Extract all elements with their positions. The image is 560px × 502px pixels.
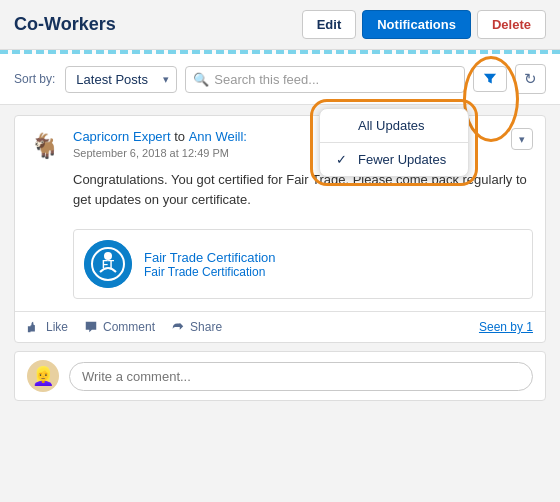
checkmark-icon: ✓ xyxy=(336,152,350,167)
seen-by[interactable]: Seen by 1 xyxy=(479,320,533,334)
check-placeholder xyxy=(336,118,350,133)
recipient-link[interactable]: Ann Weill: xyxy=(189,129,247,144)
author-link[interactable]: Capricorn Expert xyxy=(73,129,171,144)
like-button[interactable]: Like xyxy=(27,320,68,334)
feed-area: 🐐 Capricorn Expert to Ann Weill: Septemb… xyxy=(0,105,560,411)
post-text: Congratulations. You got certified for F… xyxy=(73,172,527,207)
share-button[interactable]: Share xyxy=(171,320,222,334)
attachment-title[interactable]: Fair Trade Certification xyxy=(144,250,522,265)
share-label: Share xyxy=(190,320,222,334)
refresh-button[interactable]: ↻ xyxy=(515,64,546,94)
filter-dropdown: All Updates ✓ Fewer Updates xyxy=(319,108,469,177)
dropdown-all-label: All Updates xyxy=(358,118,424,133)
attachment-logo: FT xyxy=(84,240,132,288)
sort-label: Sort by: xyxy=(14,72,55,86)
page-header: Co-Workers Edit Notifications Delete xyxy=(0,0,560,50)
thumbs-up-icon xyxy=(27,320,41,334)
actions-bar: Like Comment Share Seen by 1 xyxy=(15,311,545,342)
search-input[interactable] xyxy=(185,66,465,93)
edit-button[interactable]: Edit xyxy=(302,10,357,39)
funnel-icon xyxy=(483,72,497,86)
svg-point-3 xyxy=(104,252,112,260)
comment-input[interactable] xyxy=(69,362,533,391)
dropdown-fewer-label: Fewer Updates xyxy=(358,152,446,167)
to-text: to xyxy=(174,129,188,144)
search-icon: 🔍 xyxy=(193,72,209,87)
attachment-info: Fair Trade Certification Fair Trade Cert… xyxy=(144,250,522,279)
like-label: Like xyxy=(46,320,68,334)
attachment-sub: Fair Trade Certification xyxy=(144,265,522,279)
post-attachment: FT Fair Trade Certification Fair Trade C… xyxy=(73,229,533,299)
page-title: Co-Workers xyxy=(14,14,116,35)
comment-area: 👱‍♀️ xyxy=(14,351,546,401)
avatar: 🐐 xyxy=(27,128,63,164)
dropdown-all-updates[interactable]: All Updates xyxy=(320,109,468,142)
refresh-icon: ↻ xyxy=(524,70,537,88)
comment-label: Comment xyxy=(103,320,155,334)
notifications-button[interactable]: Notifications xyxy=(362,10,471,39)
sort-select[interactable]: Latest Posts Top Posts xyxy=(65,66,177,93)
commenter-avatar: 👱‍♀️ xyxy=(27,360,59,392)
filter-area: All Updates ✓ Fewer Updates xyxy=(473,66,507,92)
sort-select-wrapper: Latest Posts Top Posts ▾ xyxy=(65,66,177,93)
delete-button[interactable]: Delete xyxy=(477,10,546,39)
search-wrapper: 🔍 xyxy=(185,66,465,93)
fair-trade-logo-icon: FT xyxy=(84,240,132,288)
comment-icon xyxy=(84,320,98,334)
post-body: Congratulations. You got certified for F… xyxy=(15,170,545,221)
filter-button[interactable] xyxy=(473,66,507,92)
dropdown-fewer-updates[interactable]: ✓ Fewer Updates xyxy=(320,143,468,176)
comment-button[interactable]: Comment xyxy=(84,320,155,334)
header-actions: Edit Notifications Delete xyxy=(302,10,546,39)
share-icon xyxy=(171,320,185,334)
expand-button[interactable]: ▾ xyxy=(511,128,533,150)
